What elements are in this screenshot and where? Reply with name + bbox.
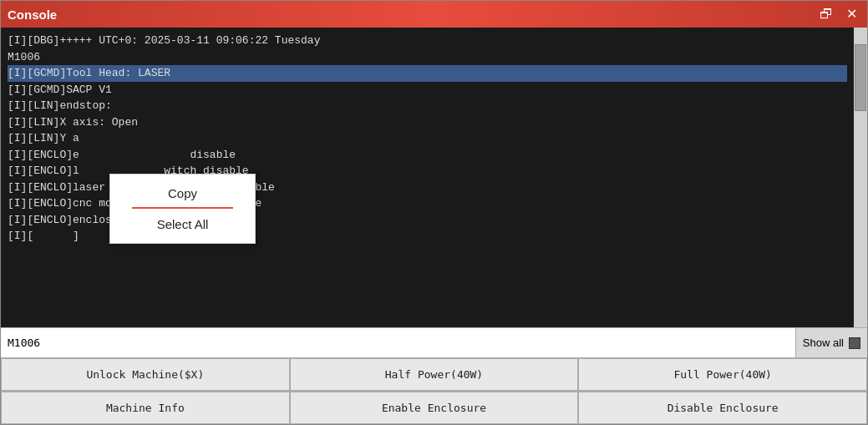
button-row-2: Machine Info Enable Enclosure Disable En… <box>1 391 867 424</box>
close-button[interactable]: ✕ <box>843 6 860 23</box>
full-power-button[interactable]: Full Power(40W) <box>578 358 867 391</box>
console-line: [I][LIN]X axis: Open <box>8 114 847 131</box>
disable-enclosure-button[interactable]: Disable Enclosure <box>578 392 867 424</box>
console-line: [I][LIN]endstop: <box>8 98 847 114</box>
copy-menu-item[interactable]: Copy <box>110 178 255 209</box>
show-all-checkbox[interactable] <box>849 337 860 349</box>
show-all-label: Show all <box>803 336 844 349</box>
console-line: [I][LIN]Y a <box>8 130 847 147</box>
input-bar: Show all <box>1 327 867 357</box>
title-bar-buttons: 🗗 ✕ <box>816 6 860 23</box>
console-line: [I][DBG]+++++ UTC+0: 2025-03-11 09:06:22… <box>8 33 847 49</box>
select-all-menu-item[interactable]: Select All <box>110 209 255 240</box>
context-menu: Copy Select All <box>109 174 256 244</box>
half-power-button[interactable]: Half Power(40W) <box>290 358 579 391</box>
unlock-machine-button[interactable]: Unlock Machine($X) <box>1 358 290 391</box>
button-row-1: Unlock Machine($X) Half Power(40W) Full … <box>1 357 867 391</box>
machine-info-button[interactable]: Machine Info <box>1 392 290 424</box>
window-title: Console <box>8 8 57 22</box>
console-line: [I][ENCLO]e disable <box>8 147 847 164</box>
title-bar: Console 🗗 ✕ <box>1 1 867 28</box>
maximize-button[interactable]: 🗗 <box>816 6 836 23</box>
console-area: [I][DBG]+++++ UTC+0: 2025-03-11 09:06:22… <box>1 28 867 327</box>
scrollbar[interactable] <box>854 28 867 327</box>
console-window: Console 🗗 ✕ [I][DBG]+++++ UTC+0: 2025-03… <box>0 0 868 425</box>
scrollbar-thumb[interactable] <box>855 44 866 111</box>
console-line: [I][GCMD]SACP V1 <box>8 82 847 99</box>
console-line: [I][GCMD]Tool Head: LASER <box>8 65 847 82</box>
command-input[interactable] <box>1 328 796 357</box>
enable-enclosure-button[interactable]: Enable Enclosure <box>290 392 579 424</box>
show-all-area: Show all <box>796 336 867 349</box>
console-content[interactable]: [I][DBG]+++++ UTC+0: 2025-03-11 09:06:22… <box>1 28 854 327</box>
console-line: M1006 <box>8 49 847 66</box>
